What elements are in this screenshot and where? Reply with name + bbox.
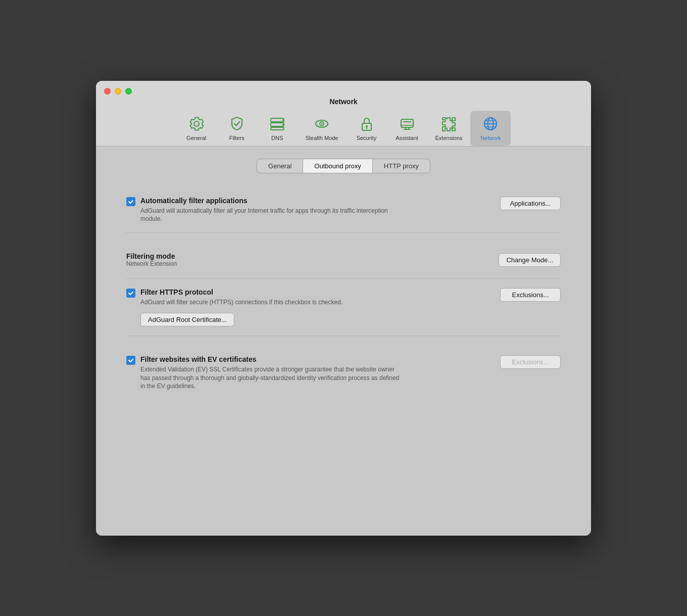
puzzle-icon (439, 115, 458, 133)
svg-point-4 (282, 124, 283, 125)
ev-exclusions-button[interactable]: Exclusions... (500, 355, 561, 369)
close-button[interactable] (104, 88, 111, 94)
https-exclusions-button[interactable]: Exclusions... (500, 288, 561, 302)
ev-filter-left: Filter websites with EV certificates Ext… (126, 355, 500, 391)
toolbar-item-security[interactable]: Security (347, 111, 387, 146)
https-filter-left: Filter HTTPS protocol AdGuard will filte… (126, 288, 500, 326)
change-mode-button[interactable]: Change Mode... (499, 253, 561, 267)
toolbar-item-network[interactable]: Network (470, 111, 511, 146)
tab-group: General Outbound proxy HTTP proxy (257, 159, 430, 173)
toolbar-label-filters: Filters (229, 135, 244, 141)
tab-http[interactable]: HTTP proxy (373, 159, 430, 173)
toolbar-item-assistant[interactable]: Assistant (387, 111, 427, 146)
https-filter-title: Filter HTTPS protocol (140, 288, 500, 296)
tab-general[interactable]: General (257, 159, 303, 173)
assistant-icon (398, 115, 416, 133)
auto-filter-checkbox[interactable] (126, 197, 135, 206)
ev-filter-text: Filter websites with EV certificates Ext… (140, 355, 500, 391)
toolbar: General Filters (166, 111, 521, 146)
https-filter-section: Filter HTTPS protocol AdGuard will filte… (126, 279, 561, 336)
adguard-cert-button[interactable]: AdGuard Root Certificate... (140, 313, 234, 326)
auto-filter-title: Automatically filter applications (140, 197, 500, 205)
toolbar-label-security: Security (357, 135, 377, 141)
https-filter-text: Filter HTTPS protocol AdGuard will filte… (140, 288, 500, 326)
lock-icon (358, 115, 376, 133)
traffic-lights (104, 88, 132, 94)
https-filter-row: Filter HTTPS protocol AdGuard will filte… (126, 288, 561, 326)
dns-icon (268, 115, 286, 133)
tab-bar: General Outbound proxy HTTP proxy (126, 159, 561, 173)
ev-filter-row: Filter websites with EV certificates Ext… (126, 355, 561, 391)
ev-filter-desc: Extended Validation (EV) SSL Certificate… (140, 365, 403, 391)
toolbar-label-dns: DNS (271, 135, 283, 141)
auto-filter-section: Automatically filter applications AdGuar… (126, 187, 561, 233)
ev-filter-section: Filter websites with EV certificates Ext… (126, 346, 561, 400)
auto-filter-desc: AdGuard will automatically filter all yo… (140, 207, 403, 224)
svg-point-3 (282, 119, 283, 121)
ev-filter-checkbox[interactable] (126, 356, 135, 365)
svg-rect-2 (271, 127, 284, 130)
auto-filter-text: Automatically filter applications AdGuar… (140, 197, 500, 224)
minimize-button[interactable] (115, 88, 121, 94)
filtering-mode-section: Filtering mode Network Extension Change … (126, 243, 561, 279)
toolbar-item-dns[interactable]: DNS (257, 111, 298, 146)
auto-filter-left: Automatically filter applications AdGuar… (126, 197, 500, 224)
ev-filter-title: Filter websites with EV certificates (140, 355, 500, 363)
toolbar-label-assistant: Assistant (396, 135, 418, 141)
maximize-button[interactable] (125, 88, 132, 94)
window-title: Network (329, 98, 357, 106)
content-area: General Outbound proxy HTTP proxy Automa… (96, 147, 591, 536)
toolbar-item-extensions[interactable]: Extensions (427, 111, 471, 146)
filtering-mode-row: Filtering mode Network Extension Change … (126, 252, 561, 267)
svg-rect-1 (271, 123, 284, 126)
https-filter-desc: AdGuard will filter secure (HTTPS) conne… (140, 298, 403, 307)
toolbar-label-general: General (186, 135, 206, 141)
tab-outbound[interactable]: Outbound proxy (303, 159, 373, 173)
toolbar-label-extensions: Extensions (435, 135, 463, 141)
filtering-mode-value: Network Extension (126, 260, 177, 267)
eye-icon (313, 115, 331, 133)
filtering-mode-left: Filtering mode Network Extension (126, 252, 177, 267)
titlebar: Network General (96, 81, 591, 147)
toolbar-label-network: Network (480, 135, 501, 141)
filtering-mode-title: Filtering mode (126, 252, 177, 260)
toolbar-item-general[interactable]: General (176, 111, 217, 146)
globe-icon (481, 115, 500, 133)
gear-icon (187, 115, 206, 133)
svg-point-7 (321, 123, 323, 124)
svg-rect-11 (401, 119, 413, 127)
svg-rect-0 (271, 118, 284, 122)
https-filter-checkbox[interactable] (126, 289, 135, 298)
main-window: Network General (96, 81, 591, 536)
applications-button[interactable]: Applications... (500, 197, 561, 210)
toolbar-item-filters[interactable]: Filters (217, 111, 257, 146)
toolbar-label-stealth: Stealth Mode (306, 135, 338, 141)
auto-filter-row: Automatically filter applications AdGuar… (126, 197, 561, 224)
toolbar-item-stealth[interactable]: Stealth Mode (298, 111, 347, 146)
shield-icon (228, 115, 246, 133)
